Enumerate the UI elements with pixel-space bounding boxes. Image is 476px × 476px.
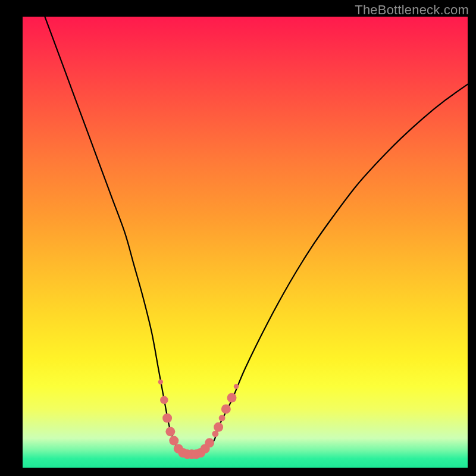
marker-dot xyxy=(221,404,231,414)
marker-dot xyxy=(227,393,237,403)
bottleneck-curve xyxy=(45,17,468,455)
marker-dot xyxy=(214,422,223,432)
marker-dot xyxy=(205,438,214,447)
curve-group xyxy=(45,17,468,455)
marker-dot xyxy=(165,427,175,436)
marker-dot xyxy=(162,414,172,423)
marker-dot xyxy=(160,396,168,404)
chart-svg xyxy=(23,17,468,468)
plot-area xyxy=(23,17,468,468)
marker-dot xyxy=(219,415,226,421)
marker-dot xyxy=(169,436,178,446)
watermark-text: TheBottleneck.com xyxy=(355,2,469,18)
marker-dot xyxy=(158,380,163,384)
marker-group xyxy=(158,380,239,459)
chart-frame: TheBottleneck.com xyxy=(0,0,476,476)
marker-dot xyxy=(234,384,239,389)
